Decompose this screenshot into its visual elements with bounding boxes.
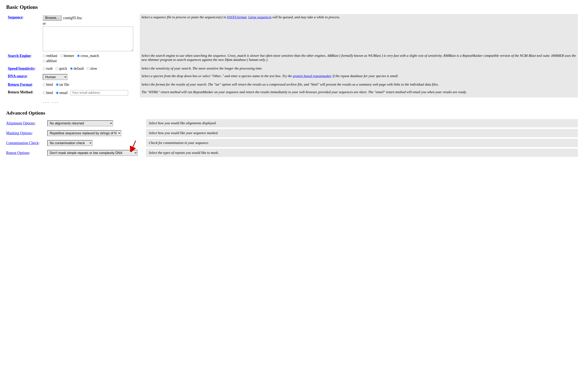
sequence-control-cell: Browse... contig95.fna or xyxy=(41,14,140,52)
file-row: Browse... contig95.fna xyxy=(43,15,138,20)
speed-link[interactable]: Speed/Sensitivity xyxy=(8,66,35,70)
html-format-text: html xyxy=(46,82,53,87)
dna-control: Human Other... Mouse Rat Arabidopsis Zeb… xyxy=(41,73,140,81)
repeat-options-row: Repeat Options: Don't mask simple repeat… xyxy=(6,149,578,157)
return-method-desc: The "HTML" return method will run Repeat… xyxy=(140,89,578,98)
search-engine-control: rmblast hmmer cross_match abblast xyxy=(41,52,140,65)
repeat-options-link[interactable]: Repeat Options xyxy=(6,151,29,155)
return-method-label-cell: Return Method: xyxy=(6,89,41,98)
rush-label: rush xyxy=(43,66,53,71)
html-format-label: html xyxy=(43,82,53,87)
abblast-text: abblast xyxy=(46,59,57,63)
contamination-check-link[interactable]: Contamination Check xyxy=(6,141,38,145)
filename-display: contig95.fna xyxy=(63,16,82,20)
rush-radio[interactable] xyxy=(43,67,45,70)
browse-button[interactable]: Browse... xyxy=(43,15,61,20)
hmmer-text: hmmer xyxy=(64,54,74,58)
protein-repeatmasker-link[interactable]: protein based repeatmasker xyxy=(293,74,332,78)
dna-label-cell: DNA source: xyxy=(6,73,41,81)
rmblast-text: rmblast xyxy=(46,54,57,58)
advanced-options-title: Advanced Options xyxy=(6,110,578,116)
return-format-row: Return Format: html tar file Select the … xyxy=(6,81,578,89)
alignment-options-link[interactable]: Alignment Options xyxy=(6,121,35,125)
sequence-textarea[interactable] xyxy=(43,26,133,51)
speed-radio-row: rush quick default slow xyxy=(43,66,138,71)
html-method-text: html xyxy=(46,91,53,95)
html-method-label: html xyxy=(43,91,53,95)
repeat-options-select[interactable]: Don't mask simple repeats or low complex… xyxy=(47,150,138,156)
alignment-options-row: Alignment Options: No alignments returne… xyxy=(6,119,578,127)
search-engine-row1: rmblast hmmer cross_match xyxy=(43,54,138,58)
html-format-radio[interactable] xyxy=(43,83,45,86)
tar-format-text: tar file xyxy=(59,82,69,87)
cross-match-radio[interactable] xyxy=(77,54,80,57)
rmblast-label: rmblast xyxy=(43,54,57,58)
return-method-radio-row: html email xyxy=(43,90,138,96)
search-engine-row: Search Engine: rmblast hmmer cross_match xyxy=(6,52,578,65)
advanced-options-section: Alignment Options: No alignments returne… xyxy=(6,119,578,157)
cross-match-text: cross_match xyxy=(80,54,99,58)
masking-options-row: Masking Options: Repetitive sequences re… xyxy=(6,129,578,137)
contamination-check-row: Contamination Check: No contamination ch… xyxy=(6,139,578,147)
alignment-control-cell: No alignments returned Full alignments S… xyxy=(47,120,146,126)
contamination-check-select[interactable]: No contamination check Check for contami… xyxy=(47,140,92,146)
masking-control-cell: Repetitive sequences replaced by strings… xyxy=(47,130,146,136)
sequence-link[interactable]: Sequence xyxy=(8,15,22,19)
hmmer-label: hmmer xyxy=(60,54,74,58)
basic-options-table: Sequence: Browse... contig95.fna or Sele… xyxy=(6,14,578,105)
speed-label-cell: Speed/Sensitivity: xyxy=(6,65,41,73)
fasta-format-link[interactable]: FASTA format xyxy=(227,15,246,19)
return-method-control: html email xyxy=(41,89,140,98)
search-engine-row2: abblast xyxy=(43,59,138,63)
return-format-control: html tar file xyxy=(41,81,140,89)
slow-text: slow xyxy=(90,66,97,71)
email-method-radio[interactable] xyxy=(56,92,58,94)
cross-match-label: cross_match xyxy=(77,54,99,58)
email-input[interactable] xyxy=(70,90,128,96)
slow-radio[interactable] xyxy=(87,67,89,70)
default-radio[interactable] xyxy=(70,67,73,70)
contamination-label-cell: Contamination Check: xyxy=(6,141,47,145)
alignment-label-cell: Alignment Options: xyxy=(6,121,47,126)
return-format-desc: Select the format for the results of you… xyxy=(140,81,578,89)
search-engine-desc: Select the search engine to use when sea… xyxy=(140,52,578,65)
return-format-radio-row: html tar file xyxy=(43,82,138,87)
dna-source-select[interactable]: Human Other... Mouse Rat Arabidopsis Zeb… xyxy=(43,74,67,80)
repeat-desc: Select the types of repeats you would li… xyxy=(146,149,578,157)
large-sequences-link[interactable]: Large sequences xyxy=(248,15,272,19)
dots-display: ... ... xyxy=(41,98,140,105)
speed-desc: Select the sensitivity of your search. T… xyxy=(140,65,578,73)
quick-text: quick xyxy=(59,66,67,71)
return-format-link[interactable]: Return Format xyxy=(8,82,32,86)
dna-source-link[interactable]: DNA source xyxy=(8,74,27,78)
contamination-control-cell: No contamination check Check for contami… xyxy=(47,140,146,146)
sequence-desc: Select a sequence file to process or pas… xyxy=(140,14,578,52)
tar-format-radio[interactable] xyxy=(56,83,58,86)
or-text: or xyxy=(43,22,138,26)
email-method-text: email xyxy=(59,91,68,95)
tar-format-label: tar file xyxy=(56,82,69,87)
abblast-label: abblast xyxy=(43,59,57,63)
alignment-options-select[interactable]: No alignments returned Full alignments S… xyxy=(47,120,113,126)
abblast-radio[interactable] xyxy=(43,60,45,62)
default-label: default xyxy=(70,66,84,71)
repeat-control-cell: Don't mask simple repeats or low complex… xyxy=(47,150,146,156)
masking-options-link[interactable]: Masking Options xyxy=(6,131,32,135)
quick-radio[interactable] xyxy=(55,67,58,70)
rush-text: rush xyxy=(46,66,53,71)
rmblast-radio[interactable] xyxy=(43,54,45,57)
masking-label-cell: Masking Options: xyxy=(6,131,47,135)
contamination-desc: Check for contamination in your sequence… xyxy=(146,139,578,147)
basic-options-title: Basic Options xyxy=(6,4,578,10)
hmmer-radio[interactable] xyxy=(60,54,63,57)
dots-row: ... ... xyxy=(6,98,578,105)
html-method-radio[interactable] xyxy=(43,92,45,94)
quick-label: quick xyxy=(55,66,67,71)
slow-label: slow xyxy=(87,66,97,71)
masking-options-select[interactable]: Repetitive sequences replaced by strings… xyxy=(47,130,121,136)
search-engine-label-cell: Search Engine: xyxy=(6,52,41,65)
search-engine-link[interactable]: Search Engine xyxy=(8,54,31,58)
alignment-desc: Select how you would like alignments dis… xyxy=(146,119,578,127)
return-format-label-cell: Return Format: xyxy=(6,81,41,89)
return-method-label: Return Method xyxy=(8,90,32,94)
